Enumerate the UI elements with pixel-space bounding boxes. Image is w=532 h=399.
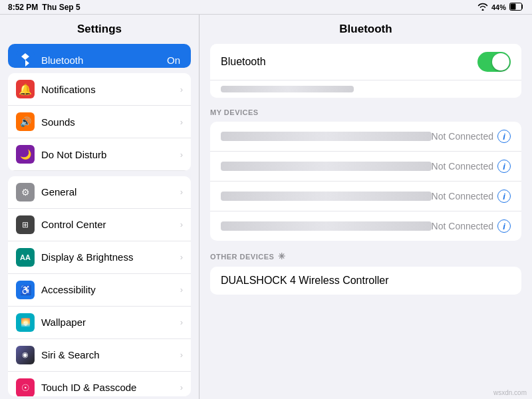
wallpaper-label: Wallpaper <box>41 317 180 328</box>
bluetooth-toggle-section: Bluetooth <box>210 44 521 98</box>
sidebar-item-siri-search[interactable]: ◉ Siri & Search › <box>8 339 191 372</box>
bluetooth-icon <box>16 51 35 68</box>
chevron-icon: › <box>180 187 183 197</box>
bluetooth-subtitle-blur <box>221 86 354 92</box>
sidebar: Settings Bluetooth On 🔔 Notifications › <box>0 15 200 399</box>
svg-rect-1 <box>511 3 516 9</box>
chevron-icon: › <box>180 317 183 327</box>
device-info-btn-1[interactable]: i <box>497 130 511 143</box>
battery-label: 44% <box>491 3 506 11</box>
sidebar-section-bluetooth: Bluetooth On <box>8 44 191 68</box>
device-row-2: Not Connected i <box>210 152 521 182</box>
sounds-icon: 🔊 <box>16 112 35 131</box>
device-status-2: Not Connected i <box>432 160 511 173</box>
sidebar-item-touch-id[interactable]: ☉ Touch ID & Passcode › <box>8 372 191 396</box>
sidebar-item-control-center[interactable]: ⊞ Control Center › <box>8 209 191 241</box>
bluetooth-row-label: Bluetooth <box>221 56 477 68</box>
device-info-btn-2[interactable]: i <box>497 160 511 173</box>
general-icon: ⚙ <box>16 183 35 201</box>
sidebar-item-notifications[interactable]: 🔔 Notifications › <box>8 73 191 106</box>
bluetooth-label: Bluetooth <box>41 55 167 66</box>
chevron-icon: › <box>180 350 183 360</box>
siri-icon: ◉ <box>16 346 35 364</box>
time-label: 8:52 PM <box>8 3 38 12</box>
not-connected-label-1: Not Connected <box>432 131 493 142</box>
chevron-icon: › <box>180 285 183 295</box>
chevron-icon: › <box>180 219 183 229</box>
sidebar-item-bluetooth[interactable]: Bluetooth On <box>8 44 191 68</box>
detail-title: Bluetooth <box>200 15 532 41</box>
chevron-icon: › <box>180 117 183 127</box>
bluetooth-badge: On <box>167 55 180 66</box>
dnd-label: Do Not Disturb <box>41 149 180 160</box>
status-left: 8:52 PM Thu Sep 5 <box>8 3 80 12</box>
accessibility-icon: ♿ <box>16 281 35 299</box>
status-bar: 8:52 PM Thu Sep 5 44% <box>0 0 532 15</box>
touch-id-icon: ☉ <box>16 378 35 396</box>
chevron-icon: › <box>180 150 183 160</box>
sidebar-item-wallpaper[interactable]: 🌅 Wallpaper › <box>8 307 191 339</box>
battery-icon <box>509 3 524 12</box>
device-name-blur-2 <box>221 162 432 171</box>
general-label: General <box>41 186 180 198</box>
my-devices-header: MY DEVICES <box>200 103 532 119</box>
control-center-label: Control Center <box>41 219 180 230</box>
sidebar-item-display-brightness[interactable]: AA Display & Brightness › <box>8 241 191 274</box>
device-name-blur-1 <box>221 132 432 141</box>
bluetooth-subtitle-row <box>210 80 521 98</box>
not-connected-label-4: Not Connected <box>432 221 493 231</box>
watermark: wsxdn.com <box>493 389 527 396</box>
sidebar-title: Settings <box>0 15 199 41</box>
do-not-disturb-icon: 🌙 <box>16 145 35 164</box>
not-connected-label-3: Not Connected <box>432 191 493 201</box>
accessibility-label: Accessibility <box>41 284 180 295</box>
chevron-icon: › <box>180 84 183 94</box>
device-info-btn-4[interactable]: i <box>497 219 511 233</box>
detail-panel: Bluetooth Bluetooth MY DEVICES Not Conne… <box>200 15 532 399</box>
main-layout: Settings Bluetooth On 🔔 Notifications › <box>0 15 532 399</box>
chevron-icon: › <box>180 252 183 262</box>
sidebar-section-2: ⚙ General › ⊞ Control Center › AA Displa… <box>8 176 191 396</box>
device-row-3: Not Connected i <box>210 182 521 211</box>
wifi-icon <box>477 3 488 12</box>
bluetooth-toggle[interactable] <box>477 52 511 72</box>
device-row-4: Not Connected i <box>210 211 521 241</box>
date-label: Thu Sep 5 <box>42 3 80 12</box>
touch-id-label: Touch ID & Passcode <box>41 382 180 393</box>
dualshock-row[interactable]: DUALSHOCK 4 Wireless Controller <box>210 267 521 295</box>
chevron-icon: › <box>180 382 183 392</box>
sidebar-item-accessibility[interactable]: ♿ Accessibility › <box>8 274 191 307</box>
display-icon: AA <box>16 248 35 267</box>
sidebar-item-sounds[interactable]: 🔊 Sounds › <box>8 106 191 138</box>
device-name-blur-3 <box>221 192 432 201</box>
dualshock-label: DUALSHOCK 4 Wireless Controller <box>221 275 511 287</box>
notifications-icon: 🔔 <box>16 80 35 98</box>
sidebar-item-do-not-disturb[interactable]: 🌙 Do Not Disturb › <box>8 138 191 171</box>
device-status-4: Not Connected i <box>432 219 511 233</box>
sidebar-item-general[interactable]: ⚙ General › <box>8 176 191 209</box>
device-row-1: Not Connected i <box>210 122 521 152</box>
other-devices-section: DUALSHOCK 4 Wireless Controller <box>210 267 521 295</box>
other-devices-header: OTHER DEVICES ✳ <box>200 246 532 264</box>
not-connected-label-2: Not Connected <box>432 161 493 172</box>
sounds-label: Sounds <box>41 116 180 128</box>
device-status-1: Not Connected i <box>432 130 511 143</box>
wallpaper-icon: 🌅 <box>16 313 35 332</box>
device-status-3: Not Connected i <box>432 190 511 203</box>
bluetooth-toggle-row: Bluetooth <box>210 44 521 80</box>
my-devices-section: Not Connected i Not Connected i Not Conn… <box>210 122 521 241</box>
control-center-icon: ⊞ <box>16 215 35 234</box>
display-label: Display & Brightness <box>41 251 180 263</box>
device-info-btn-3[interactable]: i <box>497 190 511 203</box>
siri-label: Siri & Search <box>41 349 180 360</box>
status-right: 44% <box>477 3 524 12</box>
scanning-spinner: ✳ <box>278 251 286 261</box>
notifications-label: Notifications <box>41 84 180 95</box>
sidebar-section-1: 🔔 Notifications › 🔊 Sounds › 🌙 Do Not Di… <box>8 73 191 171</box>
device-name-blur-4 <box>221 221 432 231</box>
